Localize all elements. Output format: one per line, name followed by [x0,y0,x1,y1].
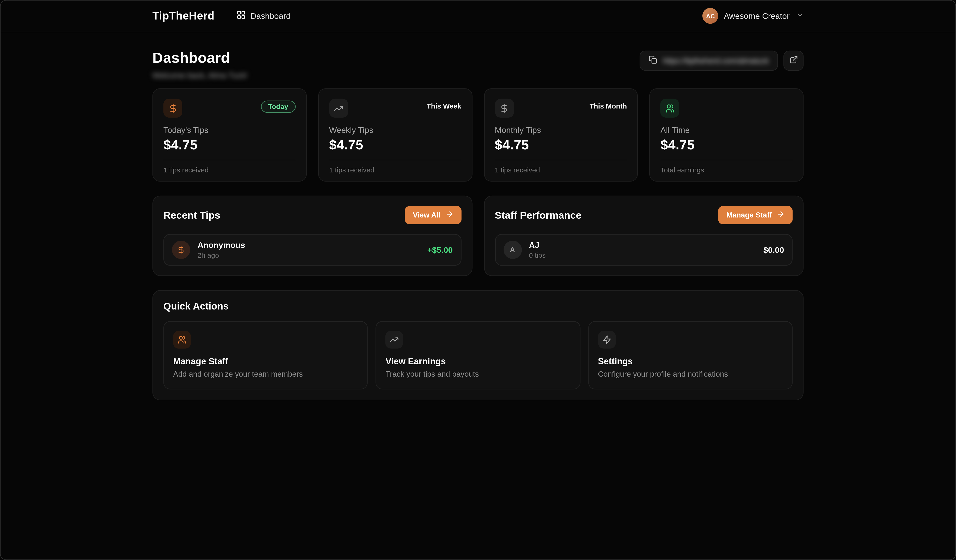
stat-card-monthly: This Month Monthly Tips $4.75 1 tips rec… [484,88,638,182]
tip-row[interactable]: Anonymous 2h ago +$5.00 [164,234,461,266]
external-link-icon [789,55,798,66]
welcome-subtitle: Welcome back, Alma Tuck! [153,71,248,80]
arrow-right-icon [777,210,785,220]
view-all-button[interactable]: View All [405,206,461,224]
stat-card-alltime: All Time $4.75 Total earnings [649,88,804,182]
chevron-down-icon [796,11,803,21]
dollar-sign-icon [164,99,182,118]
stat-card-today: Today Today's Tips $4.75 1 tips received [153,88,307,182]
staff-name: AJ [529,241,546,250]
users-icon [173,331,191,348]
stat-value: $4.75 [495,137,627,153]
stat-subtext: Total earnings [660,166,792,174]
open-tip-page-button[interactable] [783,51,804,71]
stat-subtext: 1 tips received [495,166,627,174]
stat-value: $4.75 [329,137,461,153]
page-title: Dashboard [153,49,248,66]
stat-card-weekly: This Week Weekly Tips $4.75 1 tips recei… [318,88,472,182]
period-label: This Month [590,102,627,110]
view-all-label: View All [413,211,440,220]
quick-action-desc: Add and organize your team members [173,370,358,378]
tip-dollar-icon [172,241,190,259]
divider [329,160,461,160]
manage-staff-label: Manage Staff [726,211,772,220]
quick-action-desc: Configure your profile and notifications [598,370,783,378]
main-content: Dashboard Welcome back, Alma Tuck! https… [153,32,804,400]
staff-tips-count: 0 tips [529,252,546,259]
page-header: Dashboard Welcome back, Alma Tuck! https… [153,49,804,80]
stat-label: All Time [660,125,792,135]
quick-action-desc: Track your tips and payouts [385,370,570,378]
quick-action-view-earnings[interactable]: View Earnings Track your tips and payout… [376,321,580,389]
tip-url-text: https://tiptheherd.com/almatuck [663,56,769,65]
stat-label: Weekly Tips [329,125,461,135]
tip-amount: +$5.00 [427,245,453,254]
staff-row[interactable]: A AJ 0 tips $0.00 [495,234,792,266]
nav-item-dashboard[interactable]: Dashboard [236,11,291,21]
divider [660,160,792,160]
quick-action-settings[interactable]: Settings Configure your profile and noti… [588,321,792,389]
trending-up-icon [385,331,403,348]
staff-performance-title: Staff Performance [495,209,582,221]
app-viewport: TipTheHerd Dashboard AC Awesome Creator … [0,0,956,560]
staff-performance-panel: Staff Performance Manage Staff A AJ 0 ti… [484,196,803,276]
quick-action-manage-staff[interactable]: Manage Staff Add and organize your team … [164,321,368,389]
quick-actions-title: Quick Actions [164,301,792,312]
user-name: Awesome Creator [724,11,789,20]
manage-staff-button[interactable]: Manage Staff [719,206,792,224]
zap-icon [598,331,616,348]
arrow-right-icon [445,210,453,220]
user-menu[interactable]: AC Awesome Creator [703,8,804,24]
staff-avatar: A [503,241,522,259]
stat-value: $4.75 [660,137,792,153]
panels-row: Recent Tips View All Anonymous 2h ago [153,196,804,276]
stat-label: Today's Tips [164,125,296,135]
dollar-sign-icon [495,99,514,118]
quick-actions-panel: Quick Actions Manage Staff Add and organ… [153,290,804,400]
stat-subtext: 1 tips received [329,166,461,174]
top-navbar: TipTheHerd Dashboard AC Awesome Creator [0,0,956,32]
tip-time: 2h ago [198,252,245,259]
nav-item-label: Dashboard [250,11,291,20]
dashboard-grid-icon [236,11,245,21]
recent-tips-panel: Recent Tips View All Anonymous 2h ago [153,196,472,276]
avatar: AC [703,8,719,24]
quick-action-title: Settings [598,356,783,366]
users-icon [660,99,679,118]
recent-tips-title: Recent Tips [164,209,220,221]
copy-icon [649,55,657,66]
copy-tip-url-button[interactable]: https://tiptheherd.com/almatuck [640,51,778,71]
divider [495,160,627,160]
divider [164,160,296,160]
period-label: This Week [427,102,461,110]
stat-subtext: 1 tips received [164,166,296,174]
app-logo: TipTheHerd [153,9,215,22]
stat-value: $4.75 [164,137,296,153]
tip-url-tools: https://tiptheherd.com/almatuck [640,51,804,71]
stats-row: Today Today's Tips $4.75 1 tips received… [153,88,804,182]
trending-up-icon [329,99,348,118]
staff-amount: $0.00 [764,245,784,254]
period-badge: Today [261,100,296,113]
quick-action-title: View Earnings [385,356,570,366]
quick-action-title: Manage Staff [173,356,358,366]
stat-label: Monthly Tips [495,125,627,135]
tipper-name: Anonymous [198,241,245,250]
